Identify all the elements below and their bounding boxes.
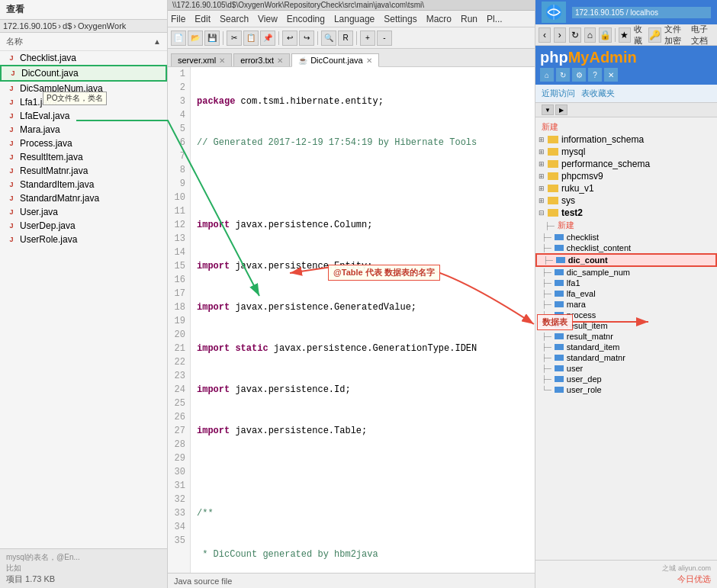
file-item[interactable]: J User.java — [0, 205, 167, 219]
tab-server-xml[interactable]: server.xml ✕ — [171, 53, 232, 66]
favorites-btn[interactable]: ★ — [619, 27, 631, 43]
pma-table-dic-count[interactable]: ├─ dic_count — [535, 253, 717, 267]
new-file-btn[interactable]: 📄 — [171, 31, 186, 46]
encrypt-btn[interactable]: 🔑 — [648, 27, 661, 43]
back-btn[interactable]: ‹ — [539, 27, 551, 43]
file-item[interactable]: J Process.java — [0, 137, 167, 150]
security-btn[interactable]: 🔒 — [599, 27, 612, 43]
table-name: checklist_content — [567, 243, 631, 252]
tab-error3[interactable]: error3.txt ✕ — [233, 53, 290, 66]
pma-recent-link[interactable]: 近期访问 — [542, 88, 575, 99]
expand-icon: ⊞ — [539, 148, 545, 156]
pma-table-result-item[interactable]: ├─ result_item — [535, 320, 717, 331]
new-table-label[interactable]: 新建 — [558, 220, 574, 231]
menu-file[interactable]: File — [171, 14, 185, 24]
pma-refresh-icon[interactable]: ↻ — [556, 68, 570, 82]
file-item[interactable]: J UserRole.java — [0, 233, 167, 246]
menu-view[interactable]: View — [258, 14, 278, 24]
tab-close-icon[interactable]: ✕ — [219, 56, 225, 65]
java-file-icon: J — [6, 53, 17, 63]
expand-all-btn[interactable]: ▶ — [555, 104, 567, 115]
code-content[interactable]: package com.tsmi.hibernate.entity; // Ge… — [191, 67, 535, 573]
pma-new-label[interactable]: 新建 — [542, 122, 558, 131]
copy-btn[interactable]: 📋 — [243, 31, 259, 46]
pma-db-performance-schema[interactable]: ⊞ performance_schema — [535, 158, 717, 170]
pma-table-standard-item[interactable]: ├─ standard_item — [535, 342, 717, 352]
file-item[interactable]: J StandardItem.java — [0, 178, 167, 191]
menu-run[interactable]: Run — [461, 14, 477, 24]
forward-btn[interactable]: › — [554, 27, 566, 43]
pma-table-result-matnr[interactable]: ├─ result_matnr — [535, 331, 717, 342]
find-btn[interactable]: 🔍 — [321, 31, 336, 46]
pma-db-phpcmsv9[interactable]: ⊞ phpcmsv9 — [535, 170, 717, 182]
file-item[interactable]: J ResultItem.java — [0, 150, 167, 164]
pma-table-standard-matnr[interactable]: ├─ standard_matnr — [535, 352, 717, 363]
pma-new-item[interactable]: 新建 — [535, 120, 717, 133]
tab-close-icon[interactable]: ✕ — [366, 56, 372, 65]
browser-nav-bar: ‹ › ↻ ⌂ 🔒 ★ 收藏 🔑 文件加密 电子文档 — [535, 24, 717, 46]
pma-table-dic-sample-num[interactable]: ├─ dic_sample_num — [535, 267, 717, 278]
file-item[interactable]: J ResultMatnr.java — [0, 164, 167, 178]
file-item[interactable]: J UserDep.java — [0, 219, 167, 233]
tab-diccount[interactable]: ☕ DicCount.java ✕ — [291, 53, 378, 67]
pma-help-icon[interactable]: ? — [588, 68, 602, 82]
undo-btn[interactable]: ↩ — [282, 31, 297, 46]
file-item[interactable]: J Lfa1.java — [0, 95, 167, 109]
pma-table-lfa-eval[interactable]: ├─ lfa_eval — [535, 288, 717, 299]
pma-exit-icon[interactable]: ✕ — [604, 68, 618, 82]
db-name: mysql — [561, 146, 585, 157]
file-item[interactable]: J StandardMatnr.java — [0, 191, 167, 205]
pma-favorites-link[interactable]: 表收藏夹 — [581, 88, 615, 99]
pma-table-new[interactable]: ├─ 新建 — [535, 219, 717, 232]
redo-btn[interactable]: ↪ — [299, 31, 314, 46]
pma-table-user-role[interactable]: └─ user_role — [535, 384, 717, 395]
file-item[interactable]: J Mara.java — [0, 123, 167, 137]
pma-db-mysql[interactable]: ⊞ mysql — [535, 146, 717, 158]
zoom-in-btn[interactable]: + — [360, 31, 375, 46]
cut-btn[interactable]: ✂ — [227, 31, 242, 46]
pma-table-user[interactable]: ├─ user — [535, 363, 717, 374]
file-item[interactable]: J LfaEval.java — [0, 109, 167, 123]
db-icon — [548, 148, 558, 156]
table-name: process — [567, 310, 596, 320]
table-icon — [555, 333, 564, 339]
save-btn[interactable]: 💾 — [204, 31, 220, 46]
menu-settings[interactable]: Settings — [384, 14, 416, 24]
indent-icon: ├─ — [543, 256, 553, 264]
code-line — [197, 177, 535, 191]
table-name: standard_item — [567, 342, 620, 352]
menu-more[interactable]: Pl... — [487, 14, 503, 24]
menu-search[interactable]: Search — [220, 14, 249, 24]
pma-home-icon[interactable]: ⌂ — [540, 68, 554, 82]
tab-close-icon[interactable]: ✕ — [277, 56, 283, 65]
pma-db-ruku-v1[interactable]: ⊞ ruku_v1 — [535, 182, 717, 194]
paste-btn[interactable]: 📌 — [260, 31, 275, 46]
db-name: performance_schema — [561, 159, 650, 169]
replace-btn[interactable]: R — [338, 31, 353, 46]
menu-macro[interactable]: Macro — [426, 14, 452, 24]
pma-table-checklist-content[interactable]: ├─ checklist_content — [535, 243, 717, 253]
menu-edit[interactable]: Edit — [195, 14, 211, 24]
pma-db-information-schema[interactable]: ⊞ information_schema — [535, 133, 717, 146]
collapse-all-btn[interactable]: ▼ — [542, 104, 554, 115]
pma-table-user-dep[interactable]: ├─ user_dep — [535, 374, 717, 384]
refresh-btn[interactable]: ↻ — [569, 27, 581, 43]
open-file-btn[interactable]: 📂 — [188, 31, 203, 46]
pma-settings-icon[interactable]: ⚙ — [572, 68, 586, 82]
pma-table-checklist[interactable]: ├─ checklist — [535, 232, 717, 243]
menu-encoding[interactable]: Encoding — [287, 14, 325, 24]
zoom-out-btn[interactable]: - — [377, 31, 392, 46]
pma-table-process[interactable]: ├─ process — [535, 310, 717, 320]
pma-db-test2[interactable]: ⊟ test2 — [535, 207, 717, 219]
menu-language[interactable]: Language — [334, 14, 375, 24]
file-item[interactable]: J Checklist.java — [0, 51, 167, 65]
home-btn[interactable]: ⌂ — [584, 27, 596, 43]
code-line: import javax.persistence.Table; — [197, 424, 535, 438]
pma-table-mara[interactable]: ├─ mara — [535, 299, 717, 310]
file-item[interactable]: J DicSampleNum.java — [0, 82, 167, 95]
db-icon — [548, 136, 558, 143]
pma-db-sys[interactable]: ⊞ sys — [535, 194, 717, 207]
java-file-icon: J — [6, 234, 17, 245]
file-item-diccount[interactable]: J DicCount.java — [0, 65, 167, 82]
pma-table-lfa1[interactable]: ├─ lfa1 — [535, 278, 717, 288]
